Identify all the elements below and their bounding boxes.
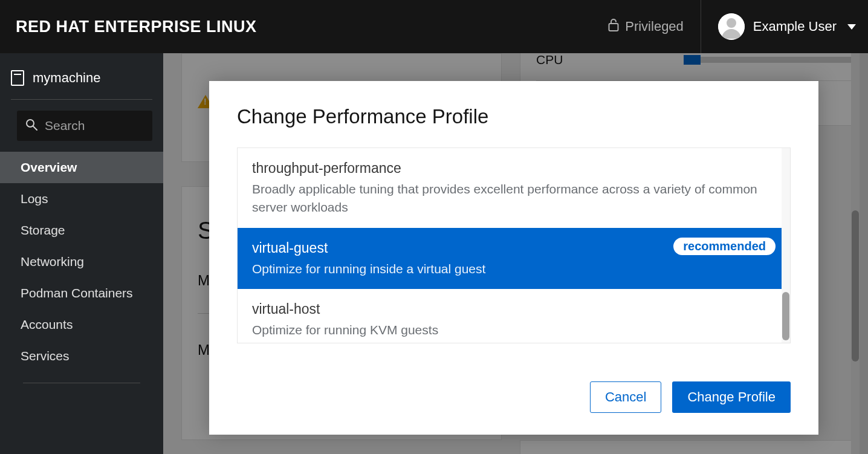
sidebar-item-services[interactable]: Services: [0, 340, 163, 372]
sidebar: mymachine Search OverviewLogsStorageNetw…: [0, 53, 163, 454]
list-scrollbar[interactable]: [782, 148, 790, 343]
host-selector[interactable]: mymachine: [0, 63, 163, 99]
brand-title: RED HAT ENTERPRISE LINUX: [16, 18, 257, 36]
modal-footer: Cancel Change Profile: [237, 381, 791, 413]
unlock-icon: [608, 18, 619, 35]
sidebar-item-accounts[interactable]: Accounts: [0, 309, 163, 340]
sidebar-item-logs[interactable]: Logs: [0, 183, 163, 215]
profile-description: Optimize for running KVM guests: [252, 321, 776, 339]
sidebar-item-podman-containers[interactable]: Podman Containers: [0, 277, 163, 309]
profile-description: Broadly applicable tuning that provides …: [252, 180, 776, 217]
profile-name: virtual-host: [252, 301, 776, 317]
divider: [11, 99, 152, 100]
profile-list: throughput-performanceBroadly applicable…: [237, 148, 791, 343]
avatar-icon: [718, 13, 745, 40]
caret-down-icon: [847, 24, 856, 30]
top-bar: RED HAT ENTERPRISE LINUX Privileged Exam…: [0, 0, 868, 53]
profile-option-throughput-performance[interactable]: throughput-performanceBroadly applicable…: [238, 148, 790, 228]
svg-point-2: [727, 18, 736, 28]
server-icon: [11, 70, 24, 86]
search-input[interactable]: Search: [17, 111, 152, 141]
search-icon: [25, 118, 37, 134]
host-name: mymachine: [33, 70, 100, 86]
search-placeholder: Search: [45, 118, 85, 133]
profile-name: throughput-performance: [252, 160, 776, 177]
privileged-toggle[interactable]: Privileged: [591, 0, 701, 53]
profile-description: Optimize for running inside a virtual gu…: [252, 260, 776, 278]
user-menu[interactable]: Example User: [701, 13, 856, 40]
svg-rect-0: [609, 24, 618, 31]
svg-point-3: [27, 120, 34, 127]
nav-list: OverviewLogsStorageNetworkingPodman Cont…: [0, 152, 163, 372]
modal-title: Change Performance Profile: [237, 105, 791, 128]
sidebar-item-storage[interactable]: Storage: [0, 215, 163, 246]
change-profile-modal: Change Performance Profile throughput-pe…: [209, 81, 818, 435]
top-right: Privileged Example User: [591, 0, 856, 53]
profile-option-virtual-host[interactable]: virtual-hostOptimize for running KVM gue…: [238, 289, 790, 343]
privileged-label: Privileged: [625, 19, 684, 34]
user-name: Example User: [753, 19, 837, 34]
profile-option-virtual-guest[interactable]: virtual-guestOptimize for running inside…: [238, 228, 790, 289]
recommended-badge: recommended: [673, 238, 776, 255]
change-profile-button[interactable]: Change Profile: [672, 381, 791, 413]
sidebar-item-networking[interactable]: Networking: [0, 246, 163, 277]
divider: [23, 383, 140, 383]
svg-line-4: [33, 126, 37, 130]
cancel-button[interactable]: Cancel: [590, 381, 661, 413]
sidebar-item-overview[interactable]: Overview: [0, 152, 163, 183]
